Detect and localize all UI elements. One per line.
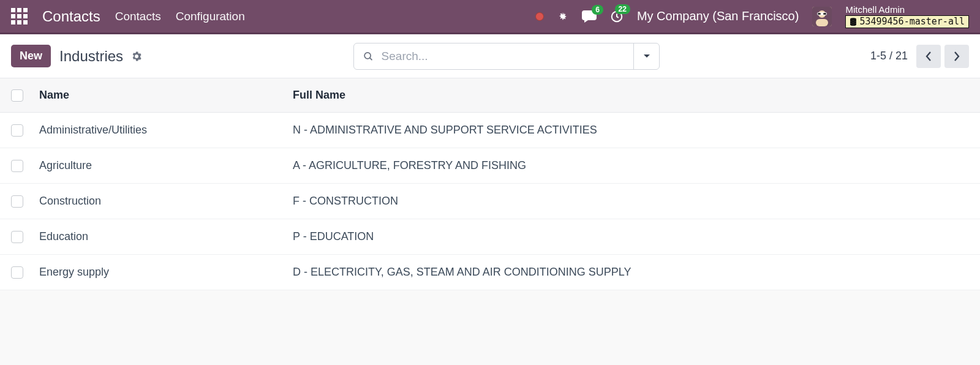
table-row[interactable]: ConstructionF - CONSTRUCTION	[0, 184, 980, 219]
search-icon	[363, 50, 374, 62]
cell-name: Construction	[39, 195, 293, 208]
messages-button[interactable]: 6	[582, 10, 597, 23]
user-name: Mitchell Admin	[845, 4, 969, 15]
app-brand[interactable]: Contacts	[42, 8, 100, 25]
cell-name: Agriculture	[39, 159, 293, 172]
pager-next-button[interactable]	[944, 45, 969, 68]
row-checkbox[interactable]	[11, 160, 23, 172]
select-all-checkbox[interactable]	[11, 89, 23, 102]
cell-full-name: N - ADMINISTRATIVE AND SUPPORT SERVICE A…	[293, 124, 969, 137]
nav-link-contacts[interactable]: Contacts	[115, 10, 161, 23]
cell-name: Education	[39, 230, 293, 243]
activities-badge: 22	[615, 4, 630, 14]
table-body: Administrative/UtilitiesN - ADMINISTRATI…	[0, 113, 980, 290]
caret-down-icon	[643, 54, 650, 59]
recording-indicator-icon	[535, 12, 544, 21]
svg-point-8	[364, 52, 371, 58]
cell-full-name: P - EDUCATION	[293, 230, 969, 243]
new-button[interactable]: New	[11, 45, 51, 67]
pager-prev-button[interactable]	[916, 45, 941, 68]
cell-name: Energy supply	[39, 266, 293, 279]
avatar[interactable]	[812, 7, 832, 26]
search-options-toggle[interactable]	[633, 43, 659, 69]
nav-link-configuration[interactable]: Configuration	[176, 10, 245, 23]
row-checkbox[interactable]	[11, 124, 23, 137]
search-container	[353, 43, 660, 70]
debug-icon[interactable]	[557, 11, 568, 22]
column-header-name[interactable]: Name	[39, 89, 293, 102]
database-name: 53499456-master-all	[859, 17, 965, 27]
database-icon	[850, 18, 857, 26]
database-tag: 53499456-master-all	[845, 15, 969, 28]
pager-text[interactable]: 1-5 / 21	[870, 50, 908, 62]
breadcrumb: Industries	[59, 48, 123, 65]
messages-badge: 6	[592, 5, 603, 15]
gear-icon[interactable]	[130, 50, 143, 62]
company-selector[interactable]: My Company (San Francisco)	[637, 9, 799, 23]
top-navbar: Contacts Contacts Configuration 6 22 My …	[0, 0, 980, 34]
table-row[interactable]: EducationP - EDUCATION	[0, 219, 980, 255]
navbar-right: 6 22 My Company (San Francisco) Mitchell…	[535, 4, 969, 28]
table-header: Name Full Name	[0, 78, 980, 113]
search-input[interactable]	[382, 50, 625, 63]
cell-name: Administrative/Utilities	[39, 124, 293, 137]
column-header-full-name[interactable]: Full Name	[293, 89, 969, 102]
svg-rect-5	[818, 13, 821, 15]
cell-full-name: F - CONSTRUCTION	[293, 195, 969, 208]
activities-button[interactable]: 22	[610, 10, 624, 23]
apps-menu-icon[interactable]	[11, 8, 28, 24]
row-checkbox[interactable]	[11, 266, 23, 279]
svg-rect-3	[816, 19, 828, 26]
table-row[interactable]: Administrative/UtilitiesN - ADMINISTRATI…	[0, 113, 980, 148]
user-block[interactable]: Mitchell Admin 53499456-master-all	[845, 4, 969, 28]
svg-rect-6	[823, 13, 826, 15]
row-checkbox[interactable]	[11, 231, 23, 243]
chevron-right-icon	[953, 51, 960, 62]
row-checkbox[interactable]	[11, 195, 23, 208]
svg-line-9	[370, 58, 372, 60]
cell-full-name: A - AGRICULTURE, FORESTRY AND FISHING	[293, 159, 969, 172]
control-bar: New Industries 1-5 / 21	[0, 34, 980, 78]
pager: 1-5 / 21	[870, 45, 969, 68]
chevron-left-icon	[925, 51, 932, 62]
table-row[interactable]: Energy supplyD - ELECTRICITY, GAS, STEAM…	[0, 255, 980, 290]
cell-full-name: D - ELECTRICITY, GAS, STEAM AND AIR COND…	[293, 266, 969, 279]
search-main[interactable]	[354, 50, 633, 63]
avatar-icon	[812, 7, 832, 26]
svg-point-7	[850, 18, 856, 20]
table-row[interactable]: AgricultureA - AGRICULTURE, FORESTRY AND…	[0, 148, 980, 184]
